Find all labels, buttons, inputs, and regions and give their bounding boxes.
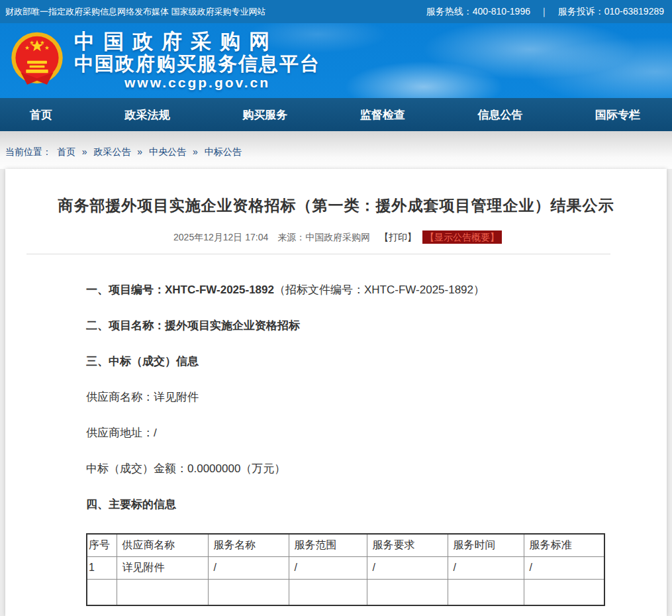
nav-item-home[interactable]: 首页 [30, 107, 52, 123]
nav-item-international[interactable]: 国际专栏 [595, 107, 640, 123]
breadcrumb-band: 当前位置： 首页 » 政采公告 » 中央公告 » 中标公告 [0, 131, 672, 169]
content-panel: 商务部援外项目实施企业资格招标（第一类：援外成套项目管理企业）结果公示 2025… [5, 169, 667, 616]
site-logo[interactable]: 中国政府采购网 中国政府购买服务信息平台 www.ccgp.gov.cn [8, 30, 320, 91]
paragraph-project-name: 二、项目名称：援外项目实施企业资格招标 [86, 319, 614, 333]
site-name: 中国政府采购网 [74, 30, 320, 53]
breadcrumb-item-central-notices[interactable]: 中央公告 [149, 146, 186, 157]
breadcrumb-item-award-notices[interactable]: 中标公告 [205, 146, 242, 157]
breadcrumb-separator: » [82, 146, 87, 157]
nav-item-purchase-services[interactable]: 购买服务 [242, 107, 287, 123]
service-hotline: 服务热线：400-810-1996 [426, 6, 530, 18]
nav-item-announcements[interactable]: 信息公告 [477, 107, 522, 123]
national-emblem-icon [8, 30, 66, 91]
article-title: 商务部援外项目实施企业资格招标（第一类：援外成套项目管理企业）结果公示 [5, 169, 667, 216]
col-header-service-requirement: 服务要求 [367, 534, 448, 556]
col-header-service-name: 服务名称 [208, 534, 289, 556]
show-summary-button[interactable]: 【显示公告概要】 [422, 231, 502, 244]
table-header-row: 序号 供应商名称 服务名称 服务范围 服务要求 服务时间 服务标准 [87, 534, 604, 556]
col-header-service-standard: 服务标准 [524, 534, 604, 556]
article-body: 一、项目编号：XHTC-FW-2025-1892（招标文件编号：XHTC-FW-… [5, 254, 667, 606]
col-header-service-scope: 服务范围 [289, 534, 367, 556]
breadcrumb-separator: » [137, 146, 142, 157]
col-header-seq: 序号 [87, 534, 117, 556]
article-source: 来源：中国政府采购网 [277, 232, 370, 242]
breadcrumb-separator: » [193, 146, 198, 157]
site-masthead: 中国政府采购网 中国政府购买服务信息平台 www.ccgp.gov.cn [0, 23, 672, 98]
top-utility-bar: 财政部唯一指定政府采购信息网络发布媒体 国家级政府采购专业网站 服务热线：400… [0, 0, 672, 23]
publish-datetime: 2025年12月12日 17:04 [173, 232, 268, 242]
paragraph-award-amount: 中标（成交）金额：0.0000000（万元） [86, 462, 614, 476]
breadcrumb-prefix: 当前位置： [5, 146, 52, 157]
breadcrumb-item-home[interactable]: 首页 [57, 146, 75, 157]
print-button[interactable]: 【打印】 [379, 232, 416, 242]
main-nav: 首页 政采法规 购买服务 监督检查 信息公告 国际专栏 [0, 98, 672, 131]
nav-item-regulations[interactable]: 政采法规 [125, 107, 170, 123]
col-header-service-time: 服务时间 [448, 534, 524, 556]
paragraph-supplier-address: 供应商地址：/ [86, 426, 614, 440]
paragraph-supplier-name: 供应商名称：详见附件 [86, 390, 614, 404]
breadcrumb: 当前位置： 首页 » 政采公告 » 中央公告 » 中标公告 [5, 146, 244, 158]
table-row-empty [87, 579, 604, 605]
service-complaint: 服务投诉：010-63819289 [558, 6, 664, 18]
site-subtitle: 中国政府购买服务信息平台 [74, 53, 320, 74]
paragraph-project-number: 一、项目编号：XHTC-FW-2025-1892（招标文件编号：XHTC-FW-… [86, 283, 614, 297]
site-url: www.ccgp.gov.cn [74, 74, 320, 91]
col-header-supplier: 供应商名称 [117, 534, 208, 556]
main-subject-table: 序号 供应商名称 服务名称 服务范围 服务要求 服务时间 服务标准 1 详见附件… [86, 533, 605, 606]
paragraph-award-info-heading: 三、中标（成交）信息 [86, 354, 614, 368]
site-slogan: 财政部唯一指定政府采购信息网络发布媒体 国家级政府采购专业网站 [5, 6, 266, 18]
breadcrumb-item-procurement-notices[interactable]: 政采公告 [93, 146, 130, 157]
topbar-divider: ｜ [540, 6, 549, 18]
table-row: 1 详见附件 / / / / / [87, 556, 604, 579]
article-meta: 2025年12月12日 17:04 来源：中国政府采购网 【打印】 【显示公告概… [5, 232, 667, 244]
paragraph-main-subject-heading: 四、主要标的信息 [86, 497, 614, 511]
nav-item-supervision[interactable]: 监督检查 [360, 107, 405, 123]
